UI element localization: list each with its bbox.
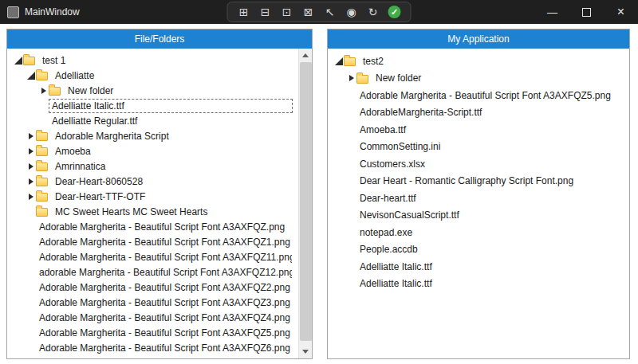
arrow-spacer [347,194,356,203]
vertical-scrollbar[interactable] [298,49,312,358]
minimize-button[interactable]: — [535,0,569,24]
tree-item[interactable]: Adorable Margherita - Beautiful Script F… [7,340,312,355]
replay-icon[interactable]: ↻ [367,6,380,18]
tree-item[interactable]: New folder [7,83,312,98]
capture-window-icon[interactable]: ⊞ [238,6,250,18]
arrow-spacer [26,328,36,338]
arrow-spacer [347,125,356,135]
tree-item[interactable]: Adorable Margherita - Beautiful Script F… [7,280,312,295]
status-check-icon[interactable]: ✓ [388,6,401,18]
tree-item[interactable]: test2 [328,53,629,70]
maximize-button[interactable] [569,0,604,24]
titlebar-left: MainWindow [0,6,80,18]
my-application-header: My Application [328,29,629,49]
scroll-down-button[interactable] [299,345,313,358]
tree-item[interactable]: Adorable Margherita - Beautiful Script F… [7,219,312,234]
tree-item[interactable]: Adorable Margherita - Beautiful Script F… [7,310,312,325]
arrow-spacer [347,279,356,288]
tree-item-label: Adorable Margherita - Beautiful Script F… [36,280,293,295]
tree-item[interactable]: Dear-heart.ttf [328,190,629,207]
tree-item[interactable]: Dear-Heart-TTF-OTF [7,189,312,204]
tree-item-label: adorable Margherita - Beautiful Script F… [36,265,293,280]
scroll-up-button[interactable] [299,49,313,62]
folder-icon [36,193,48,202]
tree-item[interactable]: New folder [328,70,629,88]
collapse-arrow-icon[interactable] [14,56,23,65]
arrow-spacer [347,176,356,186]
expand-arrow-icon[interactable] [26,177,36,186]
tree-item[interactable]: Adorable Margherita - Beautiful Script F… [7,249,312,264]
tree-item[interactable]: Adelliatte Italic.ttf [7,98,312,113]
tree-item[interactable]: Customers.xlsx [328,155,629,173]
tree-item-label: Adelliatte Regular.ttf [49,114,140,128]
tree-item[interactable]: Adorable Margherita Script [7,128,312,143]
tree-item[interactable]: People.accdb [328,241,629,259]
tree-item-label: Adorable Margherita - Beautiful Script F… [36,311,293,325]
tree-item[interactable]: Amrinnatica [7,159,312,174]
folder-icon [49,87,61,96]
tree-item[interactable]: Adelliatte Regular.ttf [7,113,312,128]
record-icon[interactable]: ◉ [345,6,358,18]
tree-item[interactable]: MC Sweet Hearts MC Sweet Hearts [7,204,312,219]
folder-icon [36,147,48,156]
tree-item[interactable]: AdorableMargherita-Script.ttf [328,104,629,122]
expand-arrow-icon[interactable] [26,192,36,202]
arrow-spacer [39,101,49,111]
tree-item[interactable]: Amoeba [7,143,312,159]
file-folders-panel: File/Folders test 1AdelliatteNew folderA… [6,29,313,359]
file-folders-tree: test 1AdelliatteNew folderAdelliatte Ita… [7,49,312,358]
close-button[interactable]: × [604,0,638,24]
expand-arrow-icon[interactable] [26,147,36,156]
tree-item-label: Amoeba.ttf [356,123,409,137]
tree-item[interactable]: Dear Heart - Romantic Calligraphy Script… [328,173,629,190]
tree-item-label: Adelliatte Italic.ttf [356,276,435,291]
expand-arrow-icon[interactable] [26,131,36,141]
tree-item[interactable]: Amoeba.ttf [328,121,629,139]
region-capture-icon[interactable]: ⊠ [302,6,315,18]
tree-item[interactable]: Adorable Margherita - Beautiful Script F… [328,87,629,104]
tree-item[interactable]: Dear-Heart-8060528 [7,174,312,189]
tree-item-label: Adelliatte Italic.ttf [356,260,435,274]
tree-item[interactable]: Adorable Margherita - Beautiful Script F… [7,234,312,249]
folder-icon [23,57,35,65]
arrow-spacer [26,343,36,353]
arrow-spacer [347,262,356,272]
my-application-panel: My Application test2New folderAdorable M… [327,29,630,359]
expand-arrow-icon[interactable] [26,162,36,171]
capture-toolbar: ⊞⊟⊡⊠↖◉↻✓ [227,2,412,22]
tree-item-label: AdorableMargherita-Script.ttf [356,105,485,119]
tree-item[interactable]: Adorable Margherita - Beautiful Script F… [7,325,312,340]
tree-item-label: Dear Heart - Romantic Calligraphy Script… [356,174,577,188]
file-folders-header: File/Folders [7,29,312,49]
tree-item[interactable]: Adorable Margherita - Beautiful Script F… [7,295,312,310]
folder-icon [36,72,48,80]
tree-item-label: notepad.exe [356,225,415,240]
maximize-icon [582,8,591,17]
video-camera-icon[interactable]: ⊟ [259,6,272,18]
tree-item[interactable]: test 1 [7,53,312,68]
collapse-arrow-icon[interactable] [334,57,344,66]
tree-item-label: People.accdb [356,242,421,256]
screen-capture-icon[interactable]: ⊡ [281,6,293,18]
tree-item-label: Adorable Margherita - Beautiful Script F… [36,250,293,264]
arrow-spacer [26,298,36,307]
tree-item[interactable]: CommonSetting.ini [328,139,629,156]
tree-item[interactable]: Adorable Margherita - Beautiful Script F… [7,355,312,358]
tree-item[interactable]: Adelliatte Italic.ttf [328,276,629,293]
tree-item[interactable]: adorable Margherita - Beautiful Script F… [7,264,312,280]
collapse-arrow-icon[interactable] [26,71,36,80]
tree-item-label: Adorable Margherita - Beautiful Script F… [356,88,614,103]
tree-item-label: MC Sweet Hearts MC Sweet Hearts [52,205,211,219]
expand-arrow-icon[interactable] [39,86,49,96]
cursor-capture-icon[interactable]: ↖ [324,6,337,18]
tree-item-label: New folder [372,71,424,85]
tree-item[interactable]: NevisonCasualScript.ttf [328,207,629,225]
arrow-spacer [347,108,356,117]
scrollbar-thumb[interactable] [300,62,312,341]
folder-icon [356,75,368,84]
tree-item-label: Amrinnatica [52,159,108,174]
expand-arrow-icon[interactable] [347,73,356,83]
tree-item[interactable]: Adelliatte Italic.ttf [328,258,629,276]
tree-item[interactable]: notepad.exe [328,224,629,241]
tree-item[interactable]: Adelliatte [7,68,312,83]
